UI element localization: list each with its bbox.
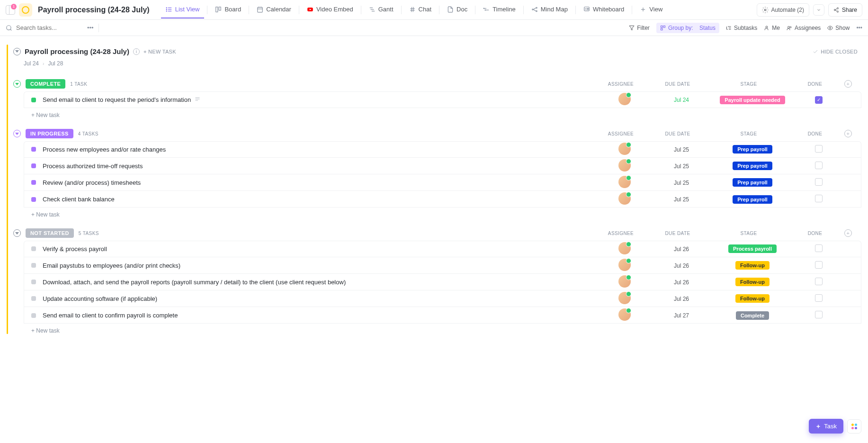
task-name[interactable]: Verify & process payroll (43, 245, 596, 253)
task-name[interactable]: Check client bank balance (43, 196, 596, 203)
search-input[interactable] (16, 24, 82, 31)
task-name[interactable]: Send email to client to confirm payroll … (43, 312, 596, 319)
info-icon[interactable]: i (133, 48, 140, 55)
view-tab-mind-map[interactable]: Mind Map (527, 1, 573, 18)
task-row[interactable]: Send email to client to confirm payroll … (24, 307, 861, 324)
automate-dropdown[interactable] (813, 4, 824, 16)
status-pill[interactable]: IN PROGRESS (26, 129, 73, 138)
task-row[interactable]: Review (and/or process) timesheets Jul 2… (24, 174, 861, 191)
task-name[interactable]: Email paystubs to employees (and/or prin… (43, 262, 596, 269)
search-more-icon[interactable]: ••• (87, 24, 94, 31)
stage-tag[interactable]: Prep payroll (733, 162, 772, 170)
stage-tag[interactable]: Prep payroll (733, 178, 772, 187)
task-status-square[interactable] (31, 263, 36, 268)
view-tab-calendar[interactable]: Calendar (252, 1, 296, 18)
col-header-assignee[interactable]: ASSIGNEE (592, 131, 649, 136)
due-date[interactable]: Jul 25 (674, 146, 689, 153)
toolbar-more-icon[interactable]: ••• (856, 25, 862, 31)
done-checkbox[interactable] (815, 244, 823, 252)
sidebar-toggle[interactable]: 1 (6, 5, 15, 15)
task-name[interactable]: Update accounting software (if applicabl… (43, 295, 596, 302)
task-status-square[interactable] (31, 246, 36, 251)
view-tab-list-view[interactable]: List View (161, 1, 205, 18)
due-date[interactable]: Jul 26 (674, 246, 689, 253)
assignee-avatar[interactable] (618, 292, 631, 304)
done-checkbox[interactable] (815, 311, 823, 318)
task-name[interactable]: Review (and/or process) timesheets (43, 179, 596, 186)
col-header-stage[interactable]: STAGE (706, 131, 791, 136)
col-header-duedate[interactable]: DUE DATE (649, 81, 706, 87)
col-header-assignee[interactable]: ASSIGNEE (592, 81, 649, 87)
assignee-avatar[interactable] (618, 93, 631, 105)
assignee-avatar[interactable] (618, 192, 631, 205)
task-row[interactable]: Update accounting software (if applicabl… (24, 290, 861, 307)
task-status-square[interactable] (31, 197, 36, 202)
add-column-button[interactable]: + (839, 229, 858, 237)
task-status-square[interactable] (31, 98, 36, 102)
group-by-button[interactable]: Group by: Status (656, 23, 719, 33)
filter-button[interactable]: Filter (629, 25, 650, 31)
status-pill[interactable]: NOT STARTED (26, 228, 74, 238)
group-collapse-toggle[interactable] (13, 130, 21, 137)
task-status-square[interactable] (31, 313, 36, 318)
stage-tag[interactable]: Follow-up (735, 278, 770, 286)
task-status-square[interactable] (31, 147, 36, 152)
due-date[interactable]: Jul 26 (674, 279, 689, 286)
view-tab-chat[interactable]: Chat (404, 1, 436, 18)
done-checkbox[interactable] (815, 178, 823, 186)
assignee-avatar[interactable] (618, 176, 631, 188)
task-row[interactable]: Email paystubs to employees (and/or prin… (24, 257, 861, 274)
col-header-assignee[interactable]: ASSIGNEE (592, 231, 649, 236)
view-tab-board[interactable]: Board (210, 1, 246, 18)
stage-tag[interactable]: Prep payroll (733, 145, 772, 154)
view-tab-video-embed[interactable]: Video Embed (302, 1, 358, 18)
task-status-square[interactable] (31, 280, 36, 284)
assignee-avatar[interactable] (618, 259, 631, 271)
done-checkbox[interactable] (815, 145, 823, 153)
due-date[interactable]: Jul 26 (674, 296, 689, 302)
stage-tag[interactable]: Complete (736, 311, 769, 320)
task-row[interactable]: Download, attach, and send the payroll r… (24, 274, 861, 290)
stage-tag[interactable]: Follow-up (735, 261, 770, 270)
group-collapse-toggle[interactable] (13, 229, 21, 237)
subtasks-button[interactable]: Subtasks (726, 25, 757, 31)
col-header-duedate[interactable]: DUE DATE (649, 131, 706, 136)
due-date[interactable]: Jul 24 (674, 97, 689, 103)
done-checkbox[interactable]: ✓ (815, 96, 823, 104)
done-checkbox[interactable] (815, 195, 823, 202)
assignee-avatar[interactable] (618, 143, 631, 155)
task-name[interactable]: Send email to client to request the peri… (43, 96, 596, 103)
list-color-icon[interactable] (19, 3, 32, 17)
due-date[interactable]: Jul 25 (674, 163, 689, 170)
col-header-stage[interactable]: STAGE (706, 81, 791, 87)
add-view-button[interactable]: View (635, 1, 667, 18)
col-header-duedate[interactable]: DUE DATE (649, 231, 706, 236)
task-name[interactable]: Process authorized time-off requests (43, 163, 596, 170)
task-name[interactable]: Process new employees and/or rate change… (43, 146, 596, 153)
view-tab-gantt[interactable]: Gantt (364, 1, 398, 18)
share-button[interactable]: Share (828, 3, 862, 17)
stage-tag[interactable]: Prep payroll (733, 195, 772, 204)
add-task-row[interactable]: + New task (9, 108, 861, 118)
task-row[interactable]: Verify & process payroll Jul 26 Process … (24, 241, 861, 257)
status-pill[interactable]: COMPLETE (26, 79, 65, 89)
task-row[interactable]: Process authorized time-off requests Jul… (24, 158, 861, 174)
task-row[interactable]: Check client bank balance Jul 25 Prep pa… (24, 191, 861, 208)
col-header-stage[interactable]: STAGE (706, 231, 791, 236)
assignee-avatar[interactable] (618, 275, 631, 288)
view-tab-timeline[interactable]: Timeline (478, 1, 520, 18)
add-task-row[interactable]: + New task (9, 208, 861, 218)
done-checkbox[interactable] (815, 294, 823, 302)
col-header-done[interactable]: DONE (791, 81, 839, 87)
due-date[interactable]: Jul 25 (674, 196, 689, 203)
task-name[interactable]: Download, attach, and send the payroll r… (43, 279, 596, 286)
automate-button[interactable]: Automate (2) (757, 3, 809, 17)
done-checkbox[interactable] (815, 162, 823, 169)
task-row[interactable]: Process new employees and/or rate change… (24, 141, 861, 158)
add-task-row[interactable]: + New task (9, 324, 861, 334)
done-checkbox[interactable] (815, 261, 823, 269)
task-status-square[interactable] (31, 180, 36, 185)
col-header-done[interactable]: DONE (791, 131, 839, 136)
done-checkbox[interactable] (815, 278, 823, 285)
show-button[interactable]: Show (827, 25, 850, 31)
